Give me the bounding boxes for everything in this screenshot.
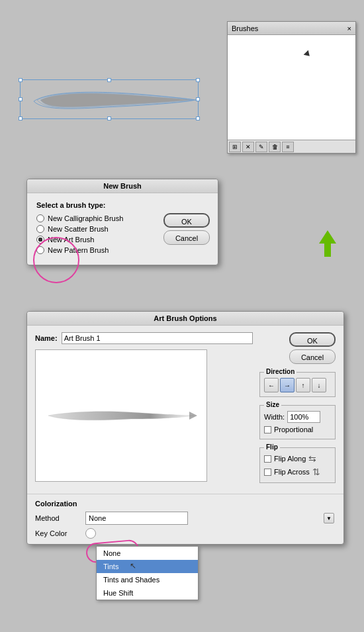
proportional-checkbox[interactable] (264, 426, 271, 433)
colorization-section: Colorization Method None Tints Tints and… (27, 494, 343, 544)
method-row: Method None Tints Tints and Shades Hue S… (35, 512, 336, 525)
flip-along-row: Flip Along ⇆ (264, 453, 331, 464)
brushes-content (228, 35, 355, 140)
handle-br[interactable] (196, 116, 200, 120)
flip-along-label: Flip Along (274, 455, 306, 463)
radio-pattern[interactable] (36, 246, 44, 254)
radio-calligraphic[interactable] (36, 214, 44, 222)
dropdown-item-tints-shades[interactable]: Tints and Shades (97, 573, 198, 586)
name-input[interactable] (62, 332, 253, 344)
brush-preview (35, 349, 207, 482)
size-row: Width: (264, 411, 331, 423)
svg-marker-1 (189, 412, 197, 420)
direction-right-button[interactable]: → (280, 378, 295, 392)
cursor-arrow (303, 50, 312, 59)
option-pattern[interactable]: New Pattern Brush (36, 246, 208, 254)
method-select-container: None Tints Tints and Shades Hue Shift ▼ (85, 512, 336, 525)
direction-buttons: ← → ↑ ↓ (264, 378, 331, 392)
brushes-panel: Brushes × ⊞ ✕ ✎ 🗑 ≡ (227, 21, 356, 154)
direction-left-button[interactable]: ← (264, 378, 279, 392)
flip-along-icon: ⇆ (308, 453, 316, 464)
art-brush-ok-button[interactable]: OK (289, 332, 336, 347)
label-calligraphic: New Calligraphic Brush (48, 214, 123, 222)
brushes-toolbar: ⊞ ✕ ✎ 🗑 ≡ (228, 140, 355, 153)
art-brush-left: Name: (35, 332, 253, 487)
brush-selection-box (20, 79, 199, 119)
select-arrow-icon: ▼ (324, 513, 334, 523)
proportional-row: Proportional (264, 426, 331, 433)
proportional-label: Proportional (274, 426, 313, 433)
brushes-edit-button[interactable]: ✎ (255, 142, 267, 152)
width-label: Width: (264, 413, 285, 421)
handle-ml[interactable] (19, 97, 23, 101)
svg-marker-0 (319, 230, 336, 257)
key-color-row: Key Color (35, 528, 336, 539)
direction-label: Direction (264, 368, 296, 375)
new-brush-titlebar: New Brush (27, 179, 218, 193)
art-brush-titlebar: Art Brush Options (27, 312, 343, 326)
brushes-menu-button[interactable]: ≡ (282, 142, 294, 152)
brushes-add-button[interactable]: ✕ (242, 142, 254, 152)
label-scatter: New Scatter Brush (48, 225, 109, 233)
flip-label: Flip (264, 443, 280, 451)
radio-scatter[interactable] (36, 225, 44, 233)
brushes-close-icon[interactable]: × (347, 24, 351, 32)
direction-down-button[interactable]: ↓ (312, 378, 326, 392)
dropdown-item-hue-shift[interactable]: Hue Shift (97, 586, 198, 600)
canvas-area (7, 13, 212, 152)
ab-button-row: OK Cancel (259, 332, 336, 364)
handle-bm[interactable] (107, 116, 111, 120)
handle-bl[interactable] (19, 116, 23, 120)
new-brush-cancel-button[interactable]: Cancel (163, 230, 210, 245)
label-pattern: New Pattern Brush (48, 246, 109, 254)
colorization-title: Colorization (35, 500, 336, 508)
flip-across-icon: ⇅ (312, 467, 320, 477)
handle-tm[interactable] (107, 78, 111, 82)
radio-art[interactable] (36, 236, 44, 244)
art-brush-right: OK Cancel Direction ← → ↑ ↓ Size Width: (259, 332, 336, 487)
selection-handles (19, 78, 200, 120)
new-brush-dialog: New Brush Select a brush type: New Calli… (26, 179, 218, 265)
brushes-grid-button[interactable]: ⊞ (229, 142, 241, 152)
handle-tl[interactable] (19, 78, 23, 82)
preview-brush-svg (45, 402, 197, 429)
brushes-title: Brushes (232, 24, 258, 32)
key-color-swatch[interactable] (85, 528, 96, 539)
art-brush-dialog: Art Brush Options Name: (26, 311, 344, 545)
flip-across-row: Flip Across ⇅ (264, 467, 331, 477)
size-label: Size (264, 401, 281, 408)
flip-along-checkbox[interactable] (264, 455, 271, 463)
brushes-titlebar: Brushes × (228, 22, 355, 35)
dropdown-item-tints[interactable]: Tints (97, 560, 198, 573)
dropdown-item-none[interactable]: None (97, 547, 198, 560)
green-arrow (318, 230, 338, 258)
new-brush-ok-button[interactable]: OK (163, 213, 210, 228)
new-brush-buttons: OK Cancel (163, 213, 210, 245)
direction-group: Direction ← → ↑ ↓ (259, 372, 336, 397)
art-brush-body: Name: (27, 326, 343, 494)
key-color-label: Key Color (35, 529, 81, 537)
handle-mr[interactable] (196, 97, 200, 101)
colorization-dropdown: None Tints Tints and Shades Hue Shift (96, 546, 199, 600)
new-brush-subtitle: Select a brush type: (36, 201, 208, 209)
flip-across-label: Flip Across (274, 468, 310, 476)
method-select[interactable]: None Tints Tints and Shades Hue Shift (85, 512, 188, 525)
flip-group: Flip Flip Along ⇆ Flip Across ⇅ (259, 447, 336, 483)
direction-up-button[interactable]: ↑ (296, 378, 310, 392)
label-art: New Art Brush (48, 236, 94, 244)
flip-across-checkbox[interactable] (264, 469, 271, 476)
name-label: Name: (35, 334, 58, 342)
new-brush-content: Select a brush type: New Calligraphic Br… (27, 193, 218, 265)
handle-tr[interactable] (196, 78, 200, 82)
width-input[interactable] (287, 411, 320, 423)
brushes-delete-button[interactable]: 🗑 (269, 142, 281, 152)
method-label: Method (35, 514, 81, 522)
size-group: Size Width: Proportional (259, 405, 336, 439)
name-row: Name: (35, 332, 253, 344)
art-brush-cancel-button[interactable]: Cancel (289, 349, 336, 364)
